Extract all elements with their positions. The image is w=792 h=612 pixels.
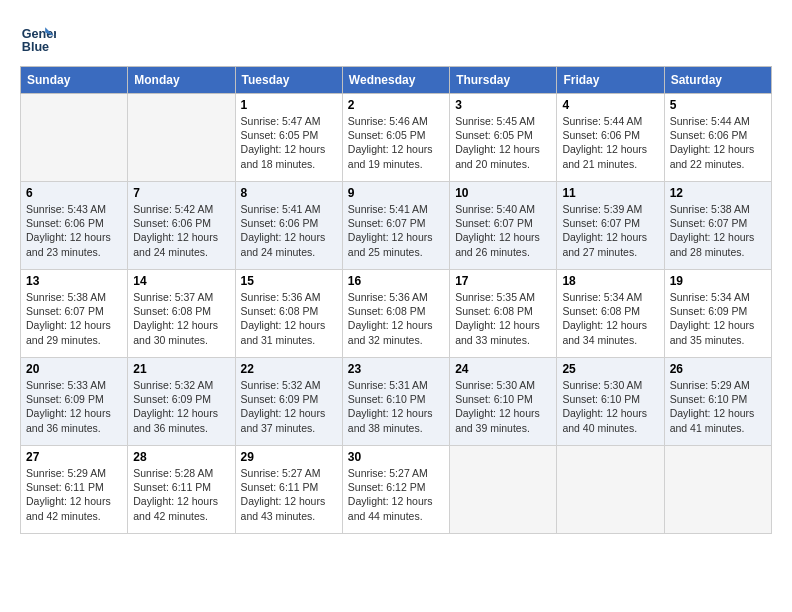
day-info: Sunrise: 5:30 AM Sunset: 6:10 PM Dayligh… [455,378,551,435]
calendar-cell: 17Sunrise: 5:35 AM Sunset: 6:08 PM Dayli… [450,270,557,358]
day-info: Sunrise: 5:30 AM Sunset: 6:10 PM Dayligh… [562,378,658,435]
day-number: 8 [241,186,337,200]
day-number: 24 [455,362,551,376]
calendar-cell [664,446,771,534]
day-info: Sunrise: 5:29 AM Sunset: 6:10 PM Dayligh… [670,378,766,435]
day-number: 28 [133,450,229,464]
day-info: Sunrise: 5:28 AM Sunset: 6:11 PM Dayligh… [133,466,229,523]
weekday-header: Sunday [21,67,128,94]
calendar-cell: 5Sunrise: 5:44 AM Sunset: 6:06 PM Daylig… [664,94,771,182]
day-info: Sunrise: 5:27 AM Sunset: 6:11 PM Dayligh… [241,466,337,523]
calendar-cell [450,446,557,534]
calendar-cell: 12Sunrise: 5:38 AM Sunset: 6:07 PM Dayli… [664,182,771,270]
weekday-header: Wednesday [342,67,449,94]
day-info: Sunrise: 5:34 AM Sunset: 6:09 PM Dayligh… [670,290,766,347]
day-number: 11 [562,186,658,200]
calendar-cell: 28Sunrise: 5:28 AM Sunset: 6:11 PM Dayli… [128,446,235,534]
weekday-header: Saturday [664,67,771,94]
calendar-cell: 3Sunrise: 5:45 AM Sunset: 6:05 PM Daylig… [450,94,557,182]
calendar-cell: 1Sunrise: 5:47 AM Sunset: 6:05 PM Daylig… [235,94,342,182]
weekday-header: Tuesday [235,67,342,94]
calendar-cell: 25Sunrise: 5:30 AM Sunset: 6:10 PM Dayli… [557,358,664,446]
day-info: Sunrise: 5:42 AM Sunset: 6:06 PM Dayligh… [133,202,229,259]
calendar-week-row: 20Sunrise: 5:33 AM Sunset: 6:09 PM Dayli… [21,358,772,446]
calendar-cell: 10Sunrise: 5:40 AM Sunset: 6:07 PM Dayli… [450,182,557,270]
day-info: Sunrise: 5:46 AM Sunset: 6:05 PM Dayligh… [348,114,444,171]
day-number: 29 [241,450,337,464]
calendar-cell [557,446,664,534]
day-info: Sunrise: 5:38 AM Sunset: 6:07 PM Dayligh… [670,202,766,259]
day-number: 4 [562,98,658,112]
day-info: Sunrise: 5:32 AM Sunset: 6:09 PM Dayligh… [133,378,229,435]
day-number: 23 [348,362,444,376]
day-number: 18 [562,274,658,288]
day-number: 5 [670,98,766,112]
day-number: 17 [455,274,551,288]
day-number: 26 [670,362,766,376]
day-number: 1 [241,98,337,112]
day-number: 3 [455,98,551,112]
day-info: Sunrise: 5:41 AM Sunset: 6:06 PM Dayligh… [241,202,337,259]
day-number: 16 [348,274,444,288]
calendar-cell: 11Sunrise: 5:39 AM Sunset: 6:07 PM Dayli… [557,182,664,270]
calendar-cell: 4Sunrise: 5:44 AM Sunset: 6:06 PM Daylig… [557,94,664,182]
svg-text:Blue: Blue [22,40,49,54]
calendar-cell: 2Sunrise: 5:46 AM Sunset: 6:05 PM Daylig… [342,94,449,182]
day-info: Sunrise: 5:33 AM Sunset: 6:09 PM Dayligh… [26,378,122,435]
day-info: Sunrise: 5:47 AM Sunset: 6:05 PM Dayligh… [241,114,337,171]
day-info: Sunrise: 5:41 AM Sunset: 6:07 PM Dayligh… [348,202,444,259]
day-number: 6 [26,186,122,200]
calendar-cell: 30Sunrise: 5:27 AM Sunset: 6:12 PM Dayli… [342,446,449,534]
day-info: Sunrise: 5:44 AM Sunset: 6:06 PM Dayligh… [562,114,658,171]
day-info: Sunrise: 5:29 AM Sunset: 6:11 PM Dayligh… [26,466,122,523]
calendar-cell: 9Sunrise: 5:41 AM Sunset: 6:07 PM Daylig… [342,182,449,270]
day-info: Sunrise: 5:36 AM Sunset: 6:08 PM Dayligh… [348,290,444,347]
day-number: 21 [133,362,229,376]
day-number: 20 [26,362,122,376]
calendar-week-row: 13Sunrise: 5:38 AM Sunset: 6:07 PM Dayli… [21,270,772,358]
day-number: 2 [348,98,444,112]
calendar-cell: 15Sunrise: 5:36 AM Sunset: 6:08 PM Dayli… [235,270,342,358]
day-info: Sunrise: 5:37 AM Sunset: 6:08 PM Dayligh… [133,290,229,347]
calendar-cell [21,94,128,182]
calendar-table: SundayMondayTuesdayWednesdayThursdayFrid… [20,66,772,534]
calendar-header-row: SundayMondayTuesdayWednesdayThursdayFrid… [21,67,772,94]
day-number: 13 [26,274,122,288]
calendar-week-row: 1Sunrise: 5:47 AM Sunset: 6:05 PM Daylig… [21,94,772,182]
day-number: 19 [670,274,766,288]
day-number: 27 [26,450,122,464]
day-info: Sunrise: 5:40 AM Sunset: 6:07 PM Dayligh… [455,202,551,259]
day-number: 12 [670,186,766,200]
day-info: Sunrise: 5:39 AM Sunset: 6:07 PM Dayligh… [562,202,658,259]
day-number: 10 [455,186,551,200]
calendar-cell: 8Sunrise: 5:41 AM Sunset: 6:06 PM Daylig… [235,182,342,270]
calendar-cell: 21Sunrise: 5:32 AM Sunset: 6:09 PM Dayli… [128,358,235,446]
day-number: 22 [241,362,337,376]
calendar-week-row: 6Sunrise: 5:43 AM Sunset: 6:06 PM Daylig… [21,182,772,270]
day-number: 14 [133,274,229,288]
weekday-header: Thursday [450,67,557,94]
day-info: Sunrise: 5:38 AM Sunset: 6:07 PM Dayligh… [26,290,122,347]
day-number: 15 [241,274,337,288]
calendar-cell: 7Sunrise: 5:42 AM Sunset: 6:06 PM Daylig… [128,182,235,270]
day-info: Sunrise: 5:43 AM Sunset: 6:06 PM Dayligh… [26,202,122,259]
weekday-header: Friday [557,67,664,94]
calendar-cell: 18Sunrise: 5:34 AM Sunset: 6:08 PM Dayli… [557,270,664,358]
calendar-cell [128,94,235,182]
calendar-cell: 27Sunrise: 5:29 AM Sunset: 6:11 PM Dayli… [21,446,128,534]
calendar-cell: 22Sunrise: 5:32 AM Sunset: 6:09 PM Dayli… [235,358,342,446]
day-info: Sunrise: 5:27 AM Sunset: 6:12 PM Dayligh… [348,466,444,523]
weekday-header: Monday [128,67,235,94]
calendar-cell: 14Sunrise: 5:37 AM Sunset: 6:08 PM Dayli… [128,270,235,358]
day-number: 7 [133,186,229,200]
calendar-cell: 24Sunrise: 5:30 AM Sunset: 6:10 PM Dayli… [450,358,557,446]
day-info: Sunrise: 5:36 AM Sunset: 6:08 PM Dayligh… [241,290,337,347]
day-info: Sunrise: 5:32 AM Sunset: 6:09 PM Dayligh… [241,378,337,435]
page-header: General Blue [20,20,772,56]
day-info: Sunrise: 5:34 AM Sunset: 6:08 PM Dayligh… [562,290,658,347]
day-info: Sunrise: 5:31 AM Sunset: 6:10 PM Dayligh… [348,378,444,435]
calendar-cell: 26Sunrise: 5:29 AM Sunset: 6:10 PM Dayli… [664,358,771,446]
calendar-week-row: 27Sunrise: 5:29 AM Sunset: 6:11 PM Dayli… [21,446,772,534]
day-number: 25 [562,362,658,376]
logo: General Blue [20,20,60,56]
